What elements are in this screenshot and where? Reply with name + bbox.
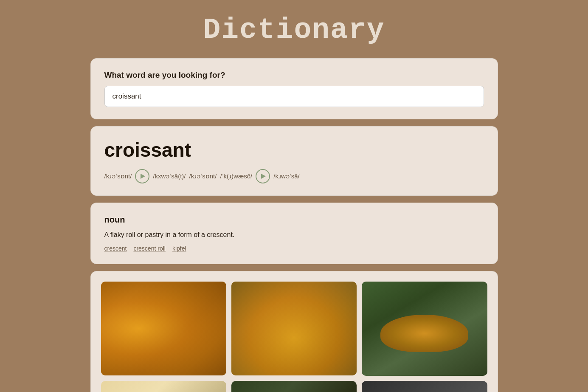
- main-content: What word are you looking for? croissant…: [82, 58, 506, 392]
- synonym-crescent[interactable]: crescent: [104, 245, 127, 252]
- image-5[interactable]: [231, 381, 357, 392]
- definition-text: A flaky roll or pastry in a form of a cr…: [104, 230, 484, 240]
- definition-card: noun A flaky roll or pastry in a form of…: [90, 203, 498, 264]
- play-audio-button-2[interactable]: [256, 169, 270, 183]
- pronunciation-5: /kɹwəˈsā/: [273, 172, 300, 180]
- image-3[interactable]: [362, 282, 487, 376]
- play-icon-1: [141, 174, 145, 179]
- image-placeholder-5: [231, 381, 357, 392]
- image-1[interactable]: [101, 282, 226, 375]
- image-placeholder-1: [101, 282, 226, 375]
- word-card: croissant /kɹəˈsɒnt/ /kxwəˈsā(t)/ /kɹəˈs…: [90, 126, 498, 196]
- part-of-speech: noun: [104, 215, 484, 225]
- synonym-kipfel[interactable]: kipfel: [172, 245, 186, 252]
- image-placeholder-2: [231, 282, 357, 375]
- pronunciation-3: /kɹəˈsɒnt/: [189, 172, 217, 180]
- search-label: What word are you looking for?: [104, 71, 484, 80]
- play-audio-button-1[interactable]: [135, 169, 149, 183]
- image-2[interactable]: [231, 282, 357, 375]
- synonym-crescent-roll[interactable]: crescent roll: [133, 245, 165, 252]
- pronunciation-4: /ˈk(ɹ)wæsō/: [220, 172, 252, 180]
- search-input[interactable]: [104, 86, 484, 107]
- pronunciation-row: /kɹəˈsɒnt/ /kxwəˈsā(t)/ /kɹəˈsɒnt/ /ˈk(ɹ…: [104, 169, 484, 183]
- synonyms-row: crescent crescent roll kipfel: [104, 245, 484, 252]
- image-placeholder-3: [362, 282, 487, 376]
- word-heading: croissant: [104, 138, 484, 161]
- image-6[interactable]: [362, 381, 487, 392]
- pronunciation-1: /kɹəˈsɒnt/: [104, 172, 132, 180]
- image-placeholder-6: [362, 381, 487, 392]
- pronunciation-2: /kxwəˈsā(t)/: [153, 172, 186, 180]
- image-placeholder-4: [101, 381, 226, 392]
- search-card: What word are you looking for?: [90, 58, 498, 119]
- image-4[interactable]: [101, 381, 226, 392]
- page-title: Dictionary: [0, 0, 588, 58]
- play-icon-2: [261, 174, 266, 179]
- images-grid: [101, 282, 487, 392]
- images-card: [90, 271, 498, 392]
